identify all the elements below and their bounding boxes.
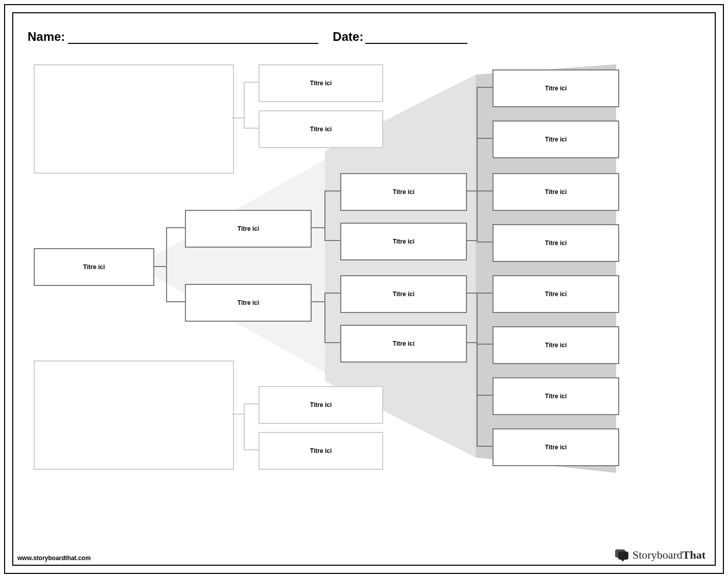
tree-root[interactable]: Titre ici [34,248,154,286]
brand-logo: StoryboardThat [615,548,706,562]
outer-frame: Name: Date: Titre ici Titre ici Titre ic… [4,4,724,574]
tree-l3-3[interactable]: Titre ici [340,275,467,313]
inner-frame: Name: Date: Titre ici Titre ici Titre ic… [12,12,716,566]
tree-l4-2[interactable]: Titre ici [492,121,619,158]
tree-l3-1[interactable]: Titre ici [340,173,467,211]
brand-word-2: That [683,548,706,561]
footer-url: www.storyboardthat.com [17,555,91,562]
speech-bubble-icon [615,549,628,561]
page: Name: Date: Titre ici Titre ici Titre ic… [0,0,728,578]
tree-l4-4[interactable]: Titre ici [492,224,619,262]
tree-l4-8[interactable]: Titre ici [492,428,619,466]
tree-l2-1[interactable]: Titre ici [185,210,312,248]
tree-l4-3[interactable]: Titre ici [492,173,619,211]
tree-l2-2[interactable]: Titre ici [185,284,312,322]
tree-l3-4[interactable]: Titre ici [340,325,467,363]
tree-l4-1[interactable]: Titre ici [492,69,619,107]
tree-l4-5[interactable]: Titre ici [492,275,619,313]
tree-l4-7[interactable]: Titre ici [492,377,619,415]
tree-l3-2[interactable]: Titre ici [340,223,467,260]
tree-l4-6[interactable]: Titre ici [492,326,619,364]
brand-word-1: Storyboard [632,548,683,561]
